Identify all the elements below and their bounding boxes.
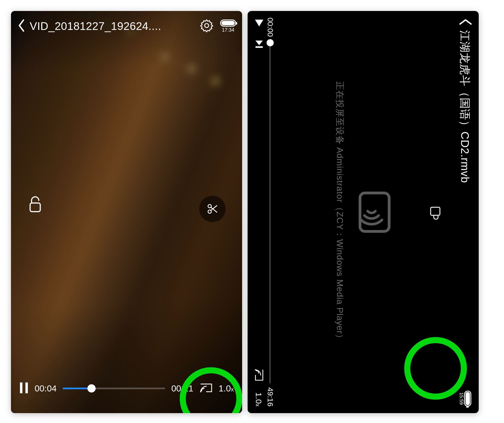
trim-button[interactable] [199, 196, 226, 222]
bottom-bar: 00:04 00:11 1.0x [11, 366, 242, 410]
cast-status-area: 正在投屏至设备 Administrator（ZCY：Windows Media … [334, 11, 393, 413]
progress-bar[interactable] [63, 388, 165, 389]
control-row: 1.0x [253, 18, 265, 407]
speed-suffix: x [255, 404, 261, 407]
current-time: 00:04 [35, 383, 57, 394]
next-button[interactable] [253, 39, 264, 49]
mid-controls [11, 196, 242, 222]
cast-status-text: 正在投屏至设备 Administrator（ZCY：Windows Media … [334, 81, 346, 343]
battery-indicator: 17:34 [220, 19, 236, 33]
screen-lock-icon[interactable] [427, 205, 443, 220]
svg-rect-6 [431, 207, 440, 215]
svg-rect-5 [26, 382, 28, 393]
progress-bar[interactable] [270, 41, 271, 383]
progress-handle[interactable] [87, 384, 96, 393]
gear-icon[interactable] [200, 19, 214, 33]
lock-icon[interactable] [27, 196, 43, 222]
battery-indicator: 15:59 [459, 391, 472, 407]
phone-right: 江湖龙虎斗（国语）CD2.rmvb 15:59 正在投屏至设备 Administ… [248, 11, 479, 413]
back-icon[interactable] [458, 18, 472, 26]
play-button[interactable] [253, 18, 264, 28]
svg-rect-1 [30, 203, 40, 212]
cast-icon[interactable] [200, 382, 213, 395]
total-time: 49:16 [266, 387, 275, 407]
battery-time: 17:34 [222, 27, 234, 33]
phone-left: VID_20181227_192624.... 17:34 [11, 11, 242, 413]
casting-icon [357, 190, 393, 234]
top-bar-right: 江湖龙虎斗（国语）CD2.rmvb 15:59 [451, 11, 479, 413]
speed-value: 1.0 [254, 392, 263, 404]
scissors-icon [206, 202, 219, 215]
top-bar: VID_20181227_192624.... 17:34 [11, 11, 242, 41]
speed-value: 1.0 [219, 383, 231, 393]
svg-point-0 [205, 24, 209, 28]
back-icon[interactable] [17, 19, 26, 33]
speed-button[interactable]: 1.0x [254, 392, 263, 407]
seek-row: 00:00 49:16 [266, 18, 275, 407]
current-time: 00:00 [266, 18, 275, 37]
svg-rect-4 [20, 382, 23, 393]
battery-time: 15:59 [459, 392, 464, 405]
pause-button[interactable] [19, 382, 29, 395]
video-title: VID_20181227_192624.... [30, 20, 196, 32]
progress-handle[interactable] [267, 39, 274, 46]
video-title: 江湖龙虎斗（国语）CD2.rmvb [458, 30, 473, 387]
cast-icon[interactable] [253, 369, 265, 381]
speed-button[interactable]: 1.0x [219, 383, 234, 394]
speed-suffix: x [231, 386, 234, 393]
bottom-bar-right: 00:00 49:16 [250, 11, 275, 413]
total-time: 00:11 [171, 383, 193, 394]
svg-rect-8 [256, 46, 263, 48]
